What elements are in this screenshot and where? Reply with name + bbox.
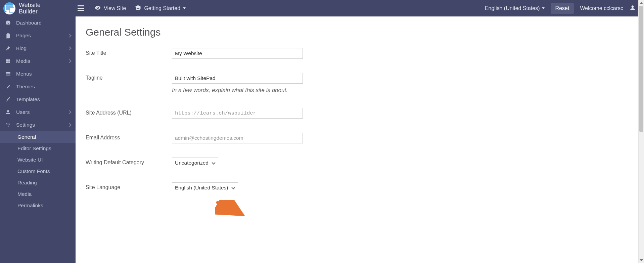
view-site-label: View Site <box>104 5 126 11</box>
label-site-language: Site Language <box>86 182 172 190</box>
vertical-scrollbar[interactable] <box>638 0 644 263</box>
sidebar-sub-permalinks[interactable]: Permalinks <box>0 200 76 211</box>
sidebar-item-blog[interactable]: Blog <box>0 42 76 55</box>
page-title: General Settings <box>86 27 634 38</box>
sidebar-sub-custom-fonts[interactable]: Custom Fonts <box>0 166 76 177</box>
hamburger-icon[interactable] <box>78 5 84 11</box>
sidebar-sub-general[interactable]: General <box>0 131 76 143</box>
sidebar-sub-media[interactable]: Media <box>0 188 76 200</box>
sliders-icon <box>5 122 11 128</box>
pages-icon <box>5 32 11 39</box>
welcome-text: Welcome cclcarsc <box>580 5 623 11</box>
chevron-down-icon <box>183 7 186 9</box>
media-icon <box>5 58 11 64</box>
label-site-address: Site Address (URL) <box>86 108 172 116</box>
annotation-arrow-icon <box>215 200 248 221</box>
site-language-select[interactable]: English (United States) <box>172 182 238 193</box>
user-icon <box>629 4 636 12</box>
default-category-value: Uncategorized <box>175 160 209 166</box>
eye-icon <box>94 4 101 12</box>
sidebar-item-templates[interactable]: Templates <box>0 93 76 106</box>
sidebar-item-themes[interactable]: Themes <box>0 80 76 93</box>
topbar: Website Builder View Site Getting Starte… <box>0 0 644 16</box>
label-tagline: Tagline <box>86 73 172 81</box>
tagline-help-text: In a few words, explain what this site i… <box>172 87 303 94</box>
graduation-icon <box>135 4 141 12</box>
label-email: Email Address <box>86 133 172 141</box>
email-input[interactable] <box>172 133 303 143</box>
dashboard-icon <box>5 19 11 26</box>
scroll-thumb[interactable] <box>639 6 643 132</box>
sidebar-sub-website-ui[interactable]: Website UI <box>0 154 76 166</box>
chevron-down-icon <box>542 7 545 9</box>
site-language-value: English (United States) <box>175 185 228 191</box>
sidebar-item-settings[interactable]: Settings <box>0 119 76 131</box>
getting-started-link[interactable]: Getting Started <box>135 4 186 12</box>
scroll-track[interactable] <box>639 6 644 257</box>
wand-icon <box>5 83 11 90</box>
language-selector[interactable]: English (United States) <box>485 5 545 11</box>
top-right: English (United States) Reset Welcome cc… <box>485 3 641 14</box>
sidebar-item-label: Themes <box>16 84 35 90</box>
row-site-title: Site Title <box>86 48 634 59</box>
site-title-input[interactable] <box>172 48 303 59</box>
reset-button[interactable]: Reset <box>551 3 574 14</box>
sidebar-item-label: Media <box>16 58 30 64</box>
row-tagline: Tagline In a few words, explain what thi… <box>86 73 634 94</box>
sidebar-item-menus[interactable]: Menus <box>0 68 76 80</box>
sidebar-item-label: Dashboard <box>16 20 42 26</box>
scroll-down-button[interactable] <box>639 257 644 263</box>
menus-icon <box>5 71 11 77</box>
user-icon <box>5 109 11 116</box>
scroll-up-button[interactable] <box>639 0 644 6</box>
logo-icon <box>3 2 15 14</box>
sidebar-item-users[interactable]: Users <box>0 106 76 119</box>
sidebar-item-label: Templates <box>16 96 40 102</box>
site-address-input[interactable] <box>172 108 303 119</box>
sidebar-item-label: Settings <box>16 122 35 128</box>
view-site-link[interactable]: View Site <box>94 4 126 12</box>
sidebar-sub-reading[interactable]: Reading <box>0 177 76 188</box>
brand-title: Website Builder <box>19 2 41 15</box>
brand-zone: Website Builder <box>0 2 76 15</box>
brush-icon <box>5 96 11 103</box>
tagline-input[interactable] <box>172 73 303 84</box>
row-email: Email Address <box>86 133 634 143</box>
sidebar: Dashboard Pages Blog Media Menus Themes <box>0 16 76 263</box>
row-default-category: Writing Default Category Uncategorized <box>86 158 634 168</box>
default-category-select[interactable]: Uncategorized <box>172 158 218 168</box>
language-label: English (United States) <box>485 5 540 11</box>
row-site-language: Site Language English (United States) <box>86 182 634 193</box>
top-actions: View Site Getting Started <box>94 4 186 12</box>
label-default-category: Writing Default Category <box>86 158 172 166</box>
pin-icon <box>5 45 11 52</box>
row-site-address: Site Address (URL) <box>86 108 634 119</box>
main-content: General Settings Site Title Tagline In a… <box>76 16 644 263</box>
sidebar-item-dashboard[interactable]: Dashboard <box>0 16 76 29</box>
brand-line2: Builder <box>19 8 41 15</box>
sidebar-item-label: Menus <box>16 71 32 77</box>
sidebar-item-label: Blog <box>16 45 27 51</box>
sidebar-item-label: Users <box>16 109 30 115</box>
sidebar-item-pages[interactable]: Pages <box>0 29 76 42</box>
label-site-title: Site Title <box>86 48 172 56</box>
sidebar-sub-editor-settings[interactable]: Editor Settings <box>0 143 76 154</box>
getting-started-label: Getting Started <box>144 5 180 11</box>
sidebar-item-label: Pages <box>16 33 31 39</box>
sidebar-item-media[interactable]: Media <box>0 55 76 68</box>
brand-line1: Website <box>19 2 41 8</box>
